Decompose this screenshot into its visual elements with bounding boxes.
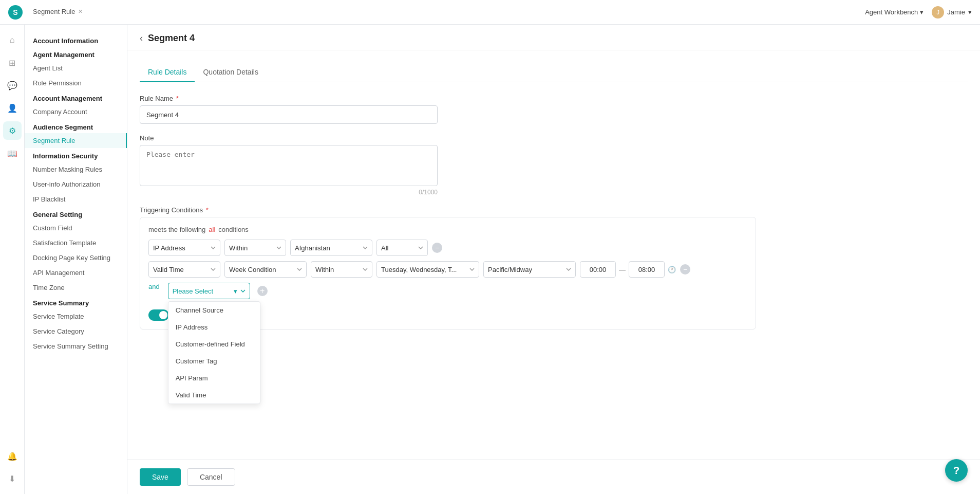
sidebar-item-user-auth[interactable]: User-info Authorization xyxy=(25,177,127,192)
dropdown-item-valid-time[interactable]: Valid Time xyxy=(168,387,260,404)
user-menu-dropdown[interactable]: J Jamie ▾ xyxy=(932,6,972,19)
time-separator: — xyxy=(619,266,626,273)
rule-name-label: Rule Name * xyxy=(140,95,968,102)
clock-icon: 🕐 xyxy=(668,266,676,273)
meets-row: meets the following all conditions xyxy=(148,226,747,233)
match-toggle[interactable] xyxy=(148,309,169,321)
page-header: ‹ Segment 4 xyxy=(127,25,980,50)
and-label: and xyxy=(148,283,160,290)
time-range: — 🕐 xyxy=(580,261,676,278)
back-button[interactable]: ‹ xyxy=(140,33,143,44)
please-select-button[interactable]: Please Select ▾ xyxy=(168,283,250,299)
nav-section-account-info: Account Information xyxy=(25,33,127,47)
bottom-actions: Save Cancel xyxy=(127,460,980,494)
app-logo: S xyxy=(8,5,23,20)
cond2-timezone-select[interactable]: Pacific/Midway xyxy=(483,261,576,278)
grid-icon[interactable]: ⊞ xyxy=(3,53,22,72)
note-label: Note xyxy=(140,134,968,142)
add-condition-button[interactable]: + xyxy=(257,286,268,296)
cond2-days-select[interactable]: Tuesday, Wednesday, T... xyxy=(376,261,479,278)
nav-section-service-summary: Service Summary xyxy=(25,295,127,309)
sidebar-item-segment-rule[interactable]: Segment Rule xyxy=(25,133,127,148)
sidebar-item-ip-blacklist[interactable]: IP Blacklist xyxy=(25,192,127,207)
tab-rule-details[interactable]: Rule Details xyxy=(140,63,195,82)
sidebar-item-service-category[interactable]: Service Category xyxy=(25,324,127,339)
agent-chevron-icon: ▾ xyxy=(920,8,924,16)
nav-section-audience: Audience Segment xyxy=(25,119,127,133)
tab-quotation-details[interactable]: Quotation Details xyxy=(195,63,266,82)
sidebar-item-company-account[interactable]: Company Account xyxy=(25,104,127,119)
dropdown-item-ip-address[interactable]: IP Address xyxy=(168,319,260,336)
nav-section-agent-mgmt: Agent Management xyxy=(25,47,127,61)
cond1-all-select[interactable]: All xyxy=(376,240,428,256)
rule-name-input[interactable] xyxy=(140,105,438,124)
dropdown-item-api-param[interactable]: API Param xyxy=(168,370,260,387)
user-name: Jamie xyxy=(947,8,965,16)
conditions-box: meets the following all conditions IP Ad… xyxy=(140,217,756,330)
note-group: Note 0/1000 xyxy=(140,134,968,196)
please-select-chevron-icon: ▾ xyxy=(234,287,237,295)
cond2-type-select[interactable]: Valid Time xyxy=(148,261,220,278)
nav-section-general: General Setting xyxy=(25,207,127,221)
triggering-conditions-group: Triggering Conditions * meets the follow… xyxy=(140,206,968,330)
time-end-input[interactable] xyxy=(629,261,665,278)
please-select-dropdown-container: Please Select ▾ Channel Source IP Addres… xyxy=(168,283,250,299)
sidebar-item-timezone[interactable]: Time Zone xyxy=(25,280,127,295)
user-chevron-icon: ▾ xyxy=(968,8,972,16)
sidebar-item-docking-page[interactable]: Docking Page Key Setting xyxy=(25,250,127,265)
sidebar-item-service-template[interactable]: Service Template xyxy=(25,309,127,324)
cond2-within-select[interactable]: Within xyxy=(311,261,372,278)
home-icon[interactable]: ⌂ xyxy=(3,31,22,49)
cond1-type-select[interactable]: IP Address xyxy=(148,240,220,256)
nav-section-info-security: Information Security xyxy=(25,148,127,162)
sidebar-item-role-permission[interactable]: Role Permission xyxy=(25,76,127,90)
page-title: Segment 4 xyxy=(148,33,195,44)
agent-workbench-dropdown[interactable]: Agent Workbench ▾ xyxy=(865,8,924,16)
book-icon[interactable]: 📖 xyxy=(3,144,22,162)
gear-icon[interactable]: ⚙ xyxy=(3,121,22,140)
topbar-left: S Segment Rule ✕ xyxy=(8,0,89,25)
chat-icon[interactable]: 💬 xyxy=(3,76,22,95)
icon-sidebar: ⌂ ⊞ 💬 👤 ⚙ 📖 🔔 ⬇ xyxy=(0,25,25,494)
user-icon[interactable]: 👤 xyxy=(3,99,22,117)
remove-condition-1-button[interactable]: − xyxy=(432,243,442,253)
close-tab-icon[interactable]: ✕ xyxy=(78,8,83,15)
sidebar-item-service-summary-setting[interactable]: Service Summary Setting xyxy=(25,339,127,354)
tab-label: Segment Rule xyxy=(33,8,75,15)
and-row: and Please Select ▾ Channel Source IP Ad… xyxy=(148,283,747,299)
download-icon[interactable]: ⬇ xyxy=(3,469,22,488)
user-avatar: J xyxy=(932,6,944,19)
cond1-within-select[interactable]: Within xyxy=(224,240,286,256)
cond1-country-select[interactable]: Afghanistan xyxy=(290,240,372,256)
help-button[interactable]: ? xyxy=(945,459,968,482)
detail-tabs: Rule Details Quotation Details xyxy=(140,63,968,82)
main-layout: ⌂ ⊞ 💬 👤 ⚙ 📖 🔔 ⬇ Account Information Agen… xyxy=(0,25,980,494)
dropdown-item-customer-defined-field[interactable]: Customer-defined Field xyxy=(168,336,260,353)
main-content: ‹ Segment 4 Rule Details Quotation Detai… xyxy=(127,25,980,494)
condition-row-1: IP Address Within Afghanistan All − xyxy=(148,240,747,256)
topbar: S Segment Rule ✕ Agent Workbench ▾ J Jam… xyxy=(0,0,980,25)
time-start-input[interactable] xyxy=(580,261,616,278)
sidebar-item-number-masking[interactable]: Number Masking Rules xyxy=(25,162,127,177)
all-badge: all xyxy=(209,226,215,233)
condition-row-2: Valid Time Week Condition Within Tuesday… xyxy=(148,261,747,278)
topbar-right: Agent Workbench ▾ J Jamie ▾ xyxy=(865,6,972,19)
bell-icon[interactable]: 🔔 xyxy=(3,447,22,465)
toggle-slider xyxy=(148,309,169,321)
remove-condition-2-button[interactable]: − xyxy=(680,264,690,275)
note-textarea[interactable] xyxy=(140,145,438,186)
sidebar-item-agent-list[interactable]: Agent List xyxy=(25,61,127,76)
cond2-week-select[interactable]: Week Condition xyxy=(224,261,307,278)
sidebar-item-satisfaction[interactable]: Satisfaction Template xyxy=(25,235,127,250)
please-select-dropdown-menu: Channel Source IP Address Customer-defin… xyxy=(168,301,260,404)
sidebar-item-custom-field[interactable]: Custom Field xyxy=(25,221,127,235)
cancel-button[interactable]: Cancel xyxy=(187,468,235,486)
save-button[interactable]: Save xyxy=(140,468,181,486)
dropdown-item-customer-tag[interactable]: Customer Tag xyxy=(168,353,260,370)
sidebar-item-api-mgmt[interactable]: API Management xyxy=(25,265,127,280)
segment-rule-tab[interactable]: Segment Rule ✕ xyxy=(27,0,89,25)
dropdown-item-channel-source[interactable]: Channel Source xyxy=(168,302,260,319)
triggering-label: Triggering Conditions * xyxy=(140,206,968,214)
rule-name-group: Rule Name * xyxy=(140,95,968,124)
nav-sidebar: Account Information Agent Management Age… xyxy=(25,25,127,494)
